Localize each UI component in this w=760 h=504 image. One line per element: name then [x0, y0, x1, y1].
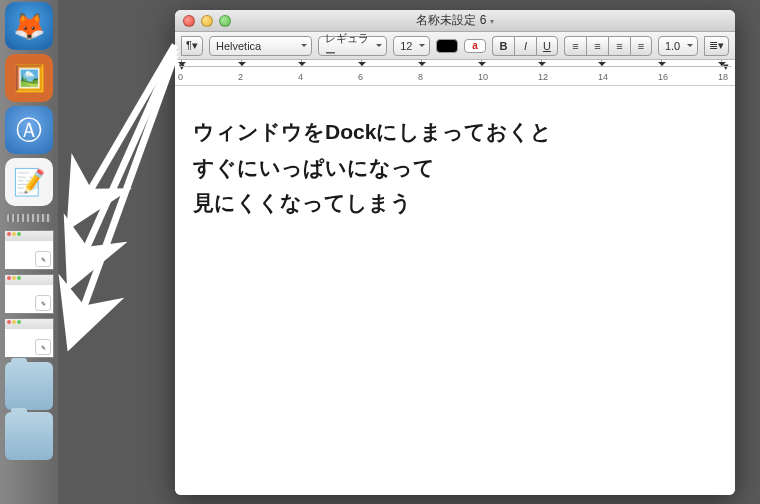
dock-minimized-window-2[interactable]: ✎ [4, 274, 54, 314]
appstore-icon: Ⓐ [16, 113, 42, 148]
font-family-select[interactable]: Helvetica [209, 36, 312, 56]
dock-app-textedit[interactable]: 📝 [5, 158, 53, 206]
dock-separator [7, 214, 51, 222]
annotation-arrows [55, 40, 185, 400]
textedit-window: 名称未設定 6 ▾ ¶▾ Helvetica レギュラー 12 a B I U … [175, 10, 735, 495]
underline-button[interactable]: U [536, 36, 558, 56]
align-right-button[interactable]: ≡ [608, 36, 630, 56]
textedit-badge-icon: ✎ [35, 251, 51, 267]
font-size-select[interactable]: 12 [393, 36, 430, 56]
list-button[interactable]: ≣▾ [704, 36, 729, 56]
textedit-icon: 📝 [13, 167, 45, 198]
dock-app-firefox[interactable]: 🦊 [5, 2, 53, 50]
text-color-button[interactable] [436, 39, 458, 53]
window-title: 名称未設定 6 ▾ [175, 12, 735, 29]
dock-minimized-window-3[interactable]: ✎ [4, 318, 54, 358]
dock-folder-1[interactable] [5, 362, 53, 410]
document-body[interactable]: ウィンドウをDockにしまっておくと すぐにいっぱいになって 見にくくなってしま… [175, 86, 735, 495]
align-left-button[interactable]: ≡ [564, 36, 586, 56]
dock-folder-2[interactable] [5, 412, 53, 460]
dock-minimized-window-1[interactable]: ✎ [4, 230, 54, 270]
font-style-select[interactable]: レギュラー [318, 36, 388, 56]
line-spacing-select[interactable]: 1.0 [658, 36, 698, 56]
body-line: すぐにいっぱいになって [193, 150, 717, 186]
firefox-icon: 🦊 [13, 11, 45, 42]
title-dropdown-icon[interactable]: ▾ [490, 17, 494, 26]
highlight-color-button[interactable]: a [464, 39, 486, 53]
align-center-button[interactable]: ≡ [586, 36, 608, 56]
dock-app-appstore[interactable]: Ⓐ [5, 106, 53, 154]
body-line: ウィンドウをDockにしまっておくと [193, 114, 717, 150]
dock: 🦊 🖼️ Ⓐ 📝 ✎ ✎ ✎ [0, 0, 58, 504]
textedit-badge-icon: ✎ [35, 339, 51, 355]
format-toolbar: ¶▾ Helvetica レギュラー 12 a B I U ≡ ≡ ≡ ≡ 1.… [175, 32, 735, 60]
italic-button[interactable]: I [514, 36, 536, 56]
titlebar[interactable]: 名称未設定 6 ▾ [175, 10, 735, 32]
alignment-buttons: ≡ ≡ ≡ ≡ [564, 36, 652, 56]
dock-app-image[interactable]: 🖼️ [5, 54, 53, 102]
bold-button[interactable]: B [492, 36, 514, 56]
ruler[interactable]: ▾ ▾ 024681012141618 [175, 60, 735, 86]
image-icon: 🖼️ [13, 63, 45, 94]
align-justify-button[interactable]: ≡ [630, 36, 652, 56]
body-line: 見にくくなってしまう [193, 185, 717, 221]
textedit-badge-icon: ✎ [35, 295, 51, 311]
